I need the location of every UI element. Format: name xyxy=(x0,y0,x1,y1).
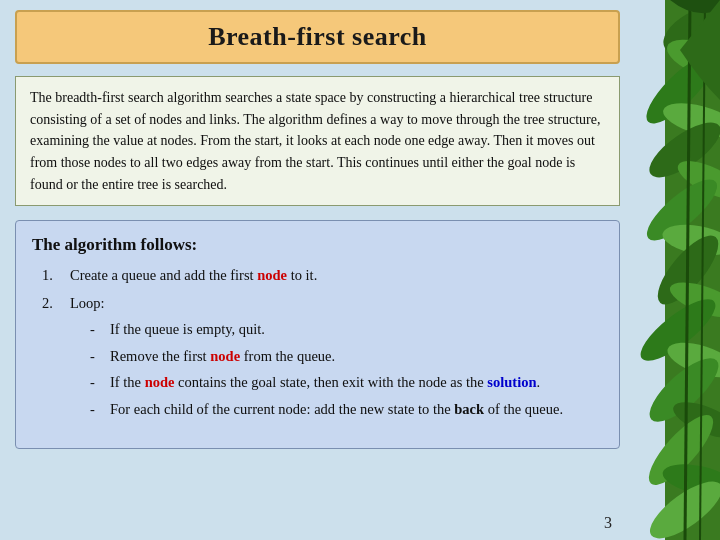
sub-dash-4: - xyxy=(90,399,110,421)
svg-line-19 xyxy=(700,0,705,540)
svg-point-4 xyxy=(660,97,720,144)
step-2-text: Loop: xyxy=(70,295,105,311)
sub-step-4: - For each child of the current node: ad… xyxy=(90,399,563,421)
sub-step-1: - If the queue is empty, quit. xyxy=(90,319,563,341)
title-box: Breath-first search xyxy=(15,10,620,64)
page-container: Breath-first search The breadth-first se… xyxy=(0,0,720,540)
svg-point-14 xyxy=(669,395,720,445)
sub-step-2: - Remove the first node from the queue. xyxy=(90,346,563,368)
svg-point-5 xyxy=(641,113,720,187)
step-1: 1. Create a queue and add the first node… xyxy=(42,265,603,287)
svg-point-7 xyxy=(639,170,720,250)
description-box: The breadth-first search algorithm searc… xyxy=(15,76,620,206)
svg-point-9 xyxy=(648,227,720,313)
main-content: Breath-first search The breadth-first se… xyxy=(15,10,620,530)
sub-step-1-text: If the queue is empty, quit. xyxy=(110,319,265,341)
algorithm-title: The algorithm follows: xyxy=(32,235,603,255)
step-1-text: Create a queue and add the first node to… xyxy=(70,265,317,287)
svg-point-8 xyxy=(660,220,720,260)
sub-steps-list: - If the queue is empty, quit. - Remove … xyxy=(70,319,563,421)
sub-step-3: - If the node contains the goal state, t… xyxy=(90,372,563,394)
sub-step-4-text: For each child of the current node: add … xyxy=(110,399,563,421)
sub-dash-3: - xyxy=(90,372,110,394)
sub-dash-1: - xyxy=(90,319,110,341)
node-word-3: node xyxy=(145,374,175,390)
node-word-2: node xyxy=(210,348,240,364)
svg-point-10 xyxy=(666,275,720,325)
algorithm-box: The algorithm follows: 1. Create a queue… xyxy=(15,220,620,449)
svg-point-2 xyxy=(662,31,720,88)
svg-point-17 xyxy=(642,472,720,540)
sub-step-2-text: Remove the first node from the queue. xyxy=(110,346,335,368)
svg-point-1 xyxy=(656,0,720,63)
description-text: The breadth-first search algorithm searc… xyxy=(30,90,601,192)
svg-point-13 xyxy=(641,349,720,432)
svg-rect-0 xyxy=(665,0,720,540)
svg-point-11 xyxy=(633,290,720,370)
step-1-number: 1. xyxy=(42,265,70,287)
svg-point-16 xyxy=(660,459,720,502)
step-2-number: 2. xyxy=(42,293,70,426)
svg-point-12 xyxy=(663,336,720,385)
solution-word: solution xyxy=(487,374,536,390)
back-word: back xyxy=(454,401,484,417)
svg-point-15 xyxy=(640,407,720,494)
sub-step-3-text: If the node contains the goal state, the… xyxy=(110,372,540,394)
svg-point-6 xyxy=(673,153,720,206)
steps-list: 1. Create a queue and add the first node… xyxy=(32,265,603,426)
step-2-content: Loop: - If the queue is empty, quit. - R… xyxy=(70,293,563,426)
page-number: 3 xyxy=(604,514,612,532)
page-title: Breath-first search xyxy=(208,22,427,51)
node-word-1: node xyxy=(257,267,287,283)
svg-point-3 xyxy=(638,48,720,133)
sub-dash-2: - xyxy=(90,346,110,368)
step-2: 2. Loop: - If the queue is empty, quit. … xyxy=(42,293,603,426)
svg-line-18 xyxy=(685,0,690,540)
plant-decoration xyxy=(610,0,720,540)
